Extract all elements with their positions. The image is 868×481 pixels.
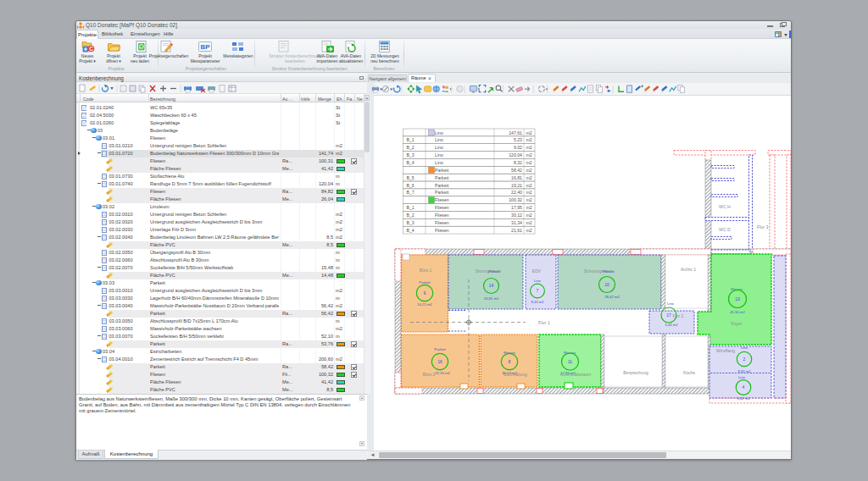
svg-text:19,21: 19,21 bbox=[511, 183, 522, 188]
svg-text:4: 4 bbox=[743, 384, 745, 390]
svg-text:WC H: WC H bbox=[719, 204, 731, 209]
svg-text:Foyer: Foyer bbox=[732, 321, 743, 326]
svg-text:Fliesen: Fliesen bbox=[435, 228, 449, 233]
svg-text:17: 17 bbox=[666, 312, 671, 318]
svg-text:10: 10 bbox=[604, 282, 609, 287]
svg-text:Lino: Lino bbox=[435, 145, 443, 150]
svg-text:28,42 m2: 28,42 m2 bbox=[604, 295, 620, 299]
svg-text:m2: m2 bbox=[526, 183, 532, 188]
svg-text:Parkett: Parkett bbox=[435, 175, 449, 180]
svg-text:B_4: B_4 bbox=[407, 228, 415, 233]
svg-text:WC D: WC D bbox=[719, 227, 731, 232]
svg-text:m2: m2 bbox=[526, 205, 532, 210]
svg-text:16,81: 16,81 bbox=[511, 175, 522, 180]
svg-text:B_1: B_1 bbox=[407, 205, 415, 210]
svg-text:5,42 m2: 5,42 m2 bbox=[737, 396, 750, 401]
svg-text:Aufenthaltsraum: Aufenthaltsraum bbox=[560, 372, 591, 377]
svg-text:58,42: 58,42 bbox=[511, 168, 522, 173]
svg-text:41,34 m2: 41,34 m2 bbox=[730, 310, 745, 314]
svg-text:22,40: 22,40 bbox=[511, 190, 522, 195]
svg-text:m2: m2 bbox=[526, 213, 532, 218]
svg-text:Archiv 1: Archiv 1 bbox=[681, 267, 696, 272]
svg-text:8,92 m2: 8,92 m2 bbox=[737, 369, 751, 373]
svg-text:m2: m2 bbox=[526, 190, 532, 195]
svg-text:Buchhaltung: Buchhaltung bbox=[504, 372, 527, 377]
svg-text:Parkett: Parkett bbox=[435, 183, 449, 188]
svg-text:Büro 1: Büro 1 bbox=[420, 268, 432, 273]
svg-text:m2: m2 bbox=[526, 152, 532, 158]
svg-text:30,12: 30,12 bbox=[511, 213, 522, 218]
svg-text:m2: m2 bbox=[526, 160, 532, 165]
svg-text:B_3: B_3 bbox=[407, 152, 415, 158]
svg-text:Besprechung: Besprechung bbox=[623, 370, 648, 375]
svg-text:B_2: B_2 bbox=[407, 145, 415, 150]
svg-text:Lino: Lino bbox=[738, 375, 746, 379]
svg-text:m2: m2 bbox=[526, 175, 532, 180]
svg-text:5,23: 5,23 bbox=[514, 137, 522, 142]
svg-text:Fliesen: Fliesen bbox=[435, 197, 449, 202]
svg-text:m2: m2 bbox=[526, 197, 532, 202]
svg-text:Fliesen: Fliesen bbox=[435, 220, 449, 225]
svg-text:Lino: Lino bbox=[435, 137, 443, 142]
svg-text:EDV: EDV bbox=[532, 268, 542, 274]
svg-text:7: 7 bbox=[537, 288, 539, 293]
svg-text:Parkett: Parkett bbox=[434, 347, 446, 351]
svg-text:9: 9 bbox=[424, 290, 426, 296]
svg-text:m2: m2 bbox=[526, 228, 532, 233]
svg-text:Parkett: Parkett bbox=[435, 168, 449, 173]
svg-text:16: 16 bbox=[437, 359, 442, 364]
svg-text:31,34: 31,34 bbox=[511, 220, 522, 225]
svg-text:Lino: Lino bbox=[534, 279, 542, 283]
svg-text:2: 2 bbox=[743, 357, 746, 362]
svg-text:14,21 m2: 14,21 m2 bbox=[417, 302, 432, 307]
svg-text:Fliesen: Fliesen bbox=[603, 269, 615, 274]
svg-text:100,32: 100,32 bbox=[509, 197, 522, 202]
svg-text:B_6: B_6 bbox=[407, 183, 415, 188]
svg-text:B_5: B_5 bbox=[407, 175, 415, 180]
svg-text:Flur 1: Flur 1 bbox=[538, 320, 550, 325]
svg-text:Lino: Lino bbox=[741, 346, 748, 350]
svg-text:8,32: 8,32 bbox=[514, 160, 522, 165]
svg-text:5,43 m2: 5,43 m2 bbox=[665, 323, 678, 327]
svg-text:Flur 3: Flur 3 bbox=[757, 224, 768, 229]
svg-text:Parkett: Parkett bbox=[419, 280, 431, 285]
svg-text:BP: BP bbox=[200, 43, 210, 51]
svg-text:Lino: Lino bbox=[435, 152, 443, 158]
svg-text:B_4: B_4 bbox=[407, 160, 415, 165]
svg-text:C: C bbox=[89, 46, 93, 52]
svg-text:Lino: Lino bbox=[435, 130, 443, 135]
svg-text:Fliesen: Fliesen bbox=[488, 269, 500, 274]
svg-text:m2: m2 bbox=[526, 220, 532, 225]
svg-text:13: 13 bbox=[735, 296, 740, 301]
svg-text:147,61: 147,61 bbox=[509, 130, 522, 135]
svg-text:Fliesen: Fliesen bbox=[435, 213, 449, 218]
svg-text:Büro 2: Büro 2 bbox=[423, 372, 436, 377]
svg-text:120,04: 120,04 bbox=[509, 152, 522, 158]
svg-text:m2: m2 bbox=[526, 137, 532, 142]
svg-text:B_7: B_7 bbox=[407, 190, 415, 195]
svg-text:B_1: B_1 bbox=[407, 137, 415, 142]
svg-text:11: 11 bbox=[568, 359, 572, 364]
svg-text:B_2: B_2 bbox=[407, 213, 415, 218]
svg-text:Parkett: Parkett bbox=[435, 190, 449, 195]
svg-text:8,43 m2: 8,43 m2 bbox=[531, 300, 544, 304]
svg-text:m2: m2 bbox=[526, 145, 532, 150]
svg-text:Lino: Lino bbox=[435, 160, 443, 165]
svg-text:Flur 2: Flur 2 bbox=[673, 313, 684, 318]
svg-text:17,95: 17,95 bbox=[511, 205, 522, 210]
svg-text:Lino: Lino bbox=[667, 301, 675, 306]
svg-text:Fliesen: Fliesen bbox=[435, 205, 449, 210]
svg-text:14: 14 bbox=[489, 283, 494, 288]
svg-text:Windfang: Windfang bbox=[716, 348, 735, 353]
svg-text:8: 8 bbox=[509, 359, 511, 364]
svg-text:22,16 m2: 22,16 m2 bbox=[435, 371, 450, 375]
svg-text:m2: m2 bbox=[526, 168, 532, 173]
svg-text:B_3: B_3 bbox=[407, 220, 415, 225]
svg-text:m2: m2 bbox=[526, 130, 532, 135]
svg-text:23,81 m2: 23,81 m2 bbox=[484, 296, 499, 301]
svg-text:21,61: 21,61 bbox=[511, 228, 522, 233]
svg-text:Küche: Küche bbox=[683, 370, 695, 375]
svg-text:9,02: 9,02 bbox=[514, 145, 522, 150]
